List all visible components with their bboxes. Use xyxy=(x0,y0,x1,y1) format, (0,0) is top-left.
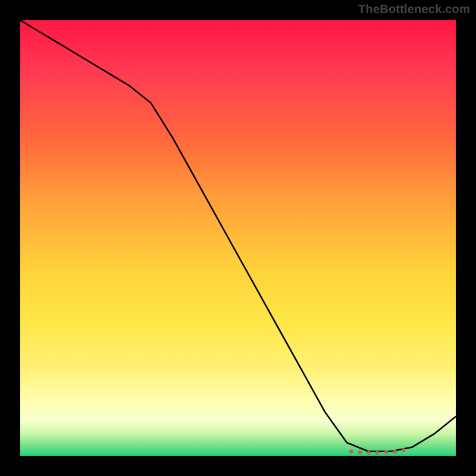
highlight-dot xyxy=(402,448,405,452)
highlight-dot xyxy=(358,450,362,454)
highlight-dot xyxy=(393,450,396,453)
chart-frame: TheBottleneck.com xyxy=(0,0,476,476)
highlight-dot xyxy=(384,450,388,454)
chart-svg xyxy=(20,20,456,456)
highlight-dot xyxy=(349,450,353,453)
highlight-dot xyxy=(375,451,379,455)
plot-area xyxy=(20,20,456,456)
highlight-markers xyxy=(349,448,405,455)
curve-line xyxy=(20,20,456,452)
highlight-dot xyxy=(367,451,370,455)
watermark-text: TheBottleneck.com xyxy=(358,2,470,16)
